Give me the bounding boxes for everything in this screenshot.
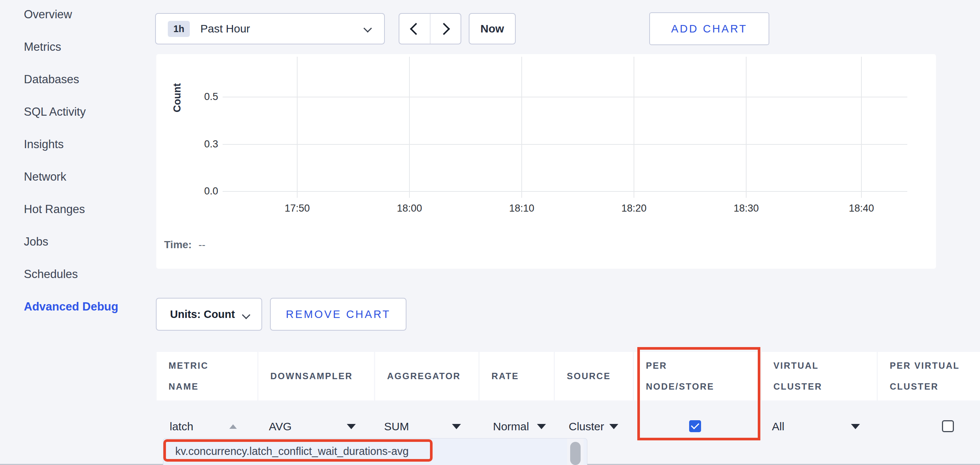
remove-chart-button[interactable]: REMOVE CHART	[270, 298, 406, 331]
sidebar: Overview Metrics Databases SQL Activity …	[0, 0, 156, 465]
dropdown-arrow-icon	[609, 424, 618, 429]
time-readout-value: --	[198, 239, 205, 251]
header-virtual-cluster: VIRTUAL CLUSTER	[762, 352, 877, 400]
sidebar-item-network[interactable]: Network	[24, 169, 66, 184]
header-source: SOURCE	[555, 352, 633, 400]
header-metric-name: METRIC NAME	[157, 352, 257, 400]
time-range-label: Past Hour	[200, 22, 250, 35]
time-range-badge: 1h	[168, 21, 190, 37]
gridline-v	[297, 57, 298, 198]
prev-time-button[interactable]	[399, 14, 430, 44]
gridline-v	[633, 57, 634, 198]
x-tick-label: 18:10	[509, 203, 535, 214]
time-range-selector[interactable]: 1h Past Hour	[155, 13, 385, 45]
x-tick-label: 18:00	[397, 203, 422, 214]
gridline-h	[223, 97, 907, 97]
gridline-v	[746, 57, 746, 198]
sidebar-item-hot-ranges[interactable]: Hot Ranges	[24, 202, 85, 217]
metric-suggestion-item[interactable]: kv.concurrency.latch_conflict_wait_durat…	[175, 445, 409, 457]
y-tick-label: 0.0	[186, 185, 218, 197]
time-step-buttons	[399, 13, 461, 45]
metric-suggestion-dropdown: kv.concurrency.latch_conflict_wait_durat…	[163, 438, 587, 465]
gridline-h	[223, 191, 907, 192]
next-time-button[interactable]	[430, 14, 461, 44]
aggregator-value: SUM	[384, 420, 409, 433]
rate-value: Normal	[493, 420, 529, 433]
time-readout: Time:--	[164, 239, 205, 251]
x-tick-label: 17:50	[285, 203, 310, 214]
virtual-cluster-value: All	[772, 420, 784, 433]
y-tick-label: 0.3	[186, 139, 218, 150]
gridline-v	[409, 57, 410, 198]
chevron-left-icon	[410, 23, 422, 35]
per-node-store-checkbox[interactable]	[689, 420, 701, 432]
source-dropdown[interactable]: Cluster	[569, 418, 618, 435]
x-tick-label: 18:40	[849, 203, 874, 214]
units-dropdown-label: Units: Count	[170, 308, 235, 321]
y-tick-label: 0.5	[186, 91, 218, 102]
metric-name-combobox[interactable]: latch	[170, 418, 237, 435]
chevron-down-icon	[242, 311, 251, 320]
gridline-v	[861, 57, 862, 198]
sidebar-item-advanced-debug[interactable]: Advanced Debug	[24, 299, 118, 314]
chevron-down-icon	[364, 24, 372, 33]
sidebar-item-jobs[interactable]: Jobs	[24, 234, 48, 249]
sidebar-item-overview[interactable]: Overview	[24, 7, 72, 22]
header-per-virtual-cluster: PER VIRTUAL CLUSTER	[878, 352, 980, 400]
gridline-h	[223, 144, 907, 145]
scrollbar-thumb[interactable]	[570, 442, 581, 465]
sidebar-item-schedules[interactable]: Schedules	[24, 267, 78, 282]
dropdown-arrow-icon	[537, 424, 546, 429]
units-dropdown[interactable]: Units: Count	[156, 298, 262, 331]
add-chart-button[interactable]: ADD CHART	[649, 12, 769, 45]
source-value: Cluster	[569, 420, 604, 433]
chevron-right-icon	[438, 23, 450, 35]
virtual-cluster-dropdown[interactable]: All	[772, 418, 860, 435]
chart-card	[156, 54, 936, 269]
collapse-arrow-icon	[229, 424, 237, 429]
header-aggregator: AGGREGATOR	[375, 352, 479, 400]
header-per-node-store: PER NODE/STORE	[634, 352, 760, 400]
dropdown-arrow-icon	[452, 424, 461, 429]
header-downsampler: DOWNSAMPLER	[258, 352, 374, 400]
sidebar-item-insights[interactable]: Insights	[24, 137, 64, 152]
downsampler-dropdown[interactable]: AVG	[269, 418, 356, 435]
header-rate: RATE	[480, 352, 554, 400]
time-readout-label: Time:	[164, 239, 192, 251]
sidebar-item-sql-activity[interactable]: SQL Activity	[24, 104, 86, 120]
sidebar-item-metrics[interactable]: Metrics	[24, 40, 61, 54]
downsampler-value: AVG	[269, 420, 292, 433]
rate-dropdown[interactable]: Normal	[493, 418, 546, 435]
x-tick-label: 18:30	[733, 203, 759, 214]
aggregator-dropdown[interactable]: SUM	[384, 418, 461, 435]
gridline-v	[521, 57, 522, 198]
per-virtual-cluster-checkbox[interactable]	[942, 420, 954, 432]
dropdown-arrow-icon	[347, 424, 356, 429]
dropdown-arrow-icon	[851, 424, 860, 429]
sidebar-item-databases[interactable]: Databases	[24, 72, 79, 87]
metric-name-value: latch	[170, 420, 193, 433]
x-tick-label: 18:20	[621, 203, 647, 214]
chart-y-axis-label: Count	[172, 83, 183, 112]
now-button[interactable]: Now	[469, 13, 516, 45]
